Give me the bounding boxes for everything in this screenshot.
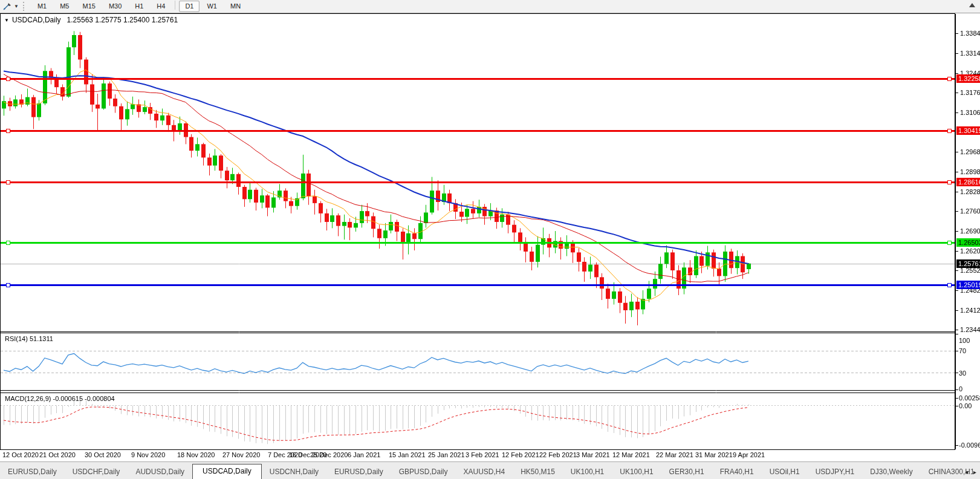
- timeframe-button-w1[interactable]: W1: [201, 1, 223, 12]
- toolbar: ▼ M1M5M15M30H1H4D1W1MN: [0, 0, 980, 13]
- mt4-window: ▼ M1M5M15M30H1H4D1W1MN ▼USDCAD,Daily1.25…: [0, 0, 980, 479]
- hline-price-tag[interactable]: 1.30415: [956, 126, 980, 135]
- toolbar-grip[interactable]: [23, 2, 27, 11]
- tab-eurusd-daily[interactable]: EURUSD,Daily: [0, 465, 65, 479]
- price-tick-label: 1.31060: [960, 109, 980, 116]
- tab-xauusd-h4[interactable]: XAUUSD,H4: [455, 465, 513, 479]
- price-tick-label: 1.26900: [960, 227, 980, 235]
- timeframe-button-h1[interactable]: H1: [129, 1, 149, 12]
- date-tick-label: 30 Oct 2020: [85, 451, 121, 458]
- tab-gbpusd-daily[interactable]: GBPUSD,Daily: [391, 465, 456, 479]
- chart-menu-triangle-icon[interactable]: ▼: [4, 18, 9, 23]
- price-tick-label: 1.27600: [960, 207, 980, 215]
- current-price-tag[interactable]: 1.25761: [956, 259, 980, 268]
- chart-symbol-period: USDCAD,Daily: [12, 16, 61, 24]
- date-tick-label: 9 Apr 2021: [733, 451, 765, 458]
- date-tick-label: 12 Mar 2021: [612, 451, 650, 458]
- date-tick-label: 12 Oct 2020: [2, 451, 39, 458]
- date-tick-label: 3 Mar 2021: [576, 451, 610, 458]
- tab-audusd-daily[interactable]: AUDUSD,Daily: [128, 465, 192, 479]
- macd-axis-label: 0.00: [959, 402, 972, 409]
- chart-title: ▼USDCAD,Daily1.25563 1.25775 1.25400 1.2…: [4, 16, 178, 24]
- tab-uk100-h1[interactable]: UK100,H1: [563, 465, 612, 479]
- price-tick-label: 1.26200: [960, 247, 980, 255]
- tab-hk50-m15[interactable]: HK50,M15: [513, 465, 563, 479]
- date-tick-label: 21 Oct 2020: [39, 451, 76, 458]
- date-tick-label: 6 Jan 2021: [348, 451, 380, 458]
- tab-dj30-weekly[interactable]: DJ30,Weekly: [862, 465, 920, 479]
- hline-price-tag[interactable]: 1.26503: [956, 238, 980, 247]
- hline-price-tag[interactable]: 1.32258: [956, 74, 980, 83]
- date-tick-label: 27 Nov 2020: [222, 451, 260, 458]
- tab-usdjpy-h1[interactable]: USDJPY,H1: [808, 465, 862, 479]
- date-tick-label: 22 Feb 2021: [539, 451, 577, 458]
- timeframe-button-m15[interactable]: M15: [76, 1, 101, 12]
- tab-fra40-h1[interactable]: FRA40,H1: [712, 465, 762, 479]
- macd-indicator-label: MACD(12,26,9) -0.000615 -0.000804: [5, 395, 115, 402]
- rsi-axis-label: 70: [959, 347, 966, 354]
- rsi-axis-label: 0: [959, 385, 962, 393]
- date-tick-label: 15 Jan 2021: [389, 451, 426, 458]
- date-tick-label: 25 Jan 2021: [428, 451, 465, 458]
- chart-tab-bar: EURUSD,DailyUSDCHF,DailyAUDUSD,DailyUSDC…: [0, 461, 980, 479]
- timeframe-buttons: M1M5M15M30H1H4D1W1MN: [31, 1, 247, 12]
- tab-usoil-h1[interactable]: USOil,H1: [762, 465, 808, 479]
- tab-scroll-arrows[interactable]: ◂ ▸: [965, 469, 978, 475]
- rsi-axis-label: 30: [959, 370, 966, 377]
- date-tick-label: 18 Nov 2020: [177, 451, 215, 458]
- tab-ger30-h1[interactable]: GER30,H1: [661, 465, 712, 479]
- chart-canvas[interactable]: [0, 0, 980, 479]
- timeframe-button-m30[interactable]: M30: [103, 1, 128, 12]
- price-tick-label: 1.24120: [960, 307, 980, 314]
- macd-axis-label: 0.00258: [959, 394, 980, 402]
- rsi-axis-label: 100: [959, 337, 970, 344]
- macd-axis-label: -0.009687: [959, 442, 980, 449]
- timeframe-button-d1[interactable]: D1: [179, 1, 200, 12]
- hline-price-tag[interactable]: 1.28616: [956, 178, 980, 186]
- price-tick-label: 1.33840: [960, 30, 980, 37]
- tab-uk100-h1[interactable]: UK100,H1: [612, 465, 661, 479]
- toolbar-overflow-icon[interactable]: [969, 3, 975, 7]
- tab-usdcnh-daily[interactable]: USDCNH,Daily: [262, 465, 326, 479]
- chart-ohlc-values: 1.25563 1.25775 1.25400 1.25761: [67, 16, 178, 24]
- date-tick-label: 22 Mar 2021: [656, 451, 693, 458]
- date-tick-label: 31 Mar 2021: [695, 451, 733, 458]
- tab-usdchf-daily[interactable]: USDCHF,Daily: [65, 465, 128, 479]
- timeframe-button-mn[interactable]: MN: [224, 1, 247, 12]
- price-tick-label: 1.28980: [960, 168, 980, 175]
- time-axis[interactable]: 12 Oct 202021 Oct 202030 Oct 20209 Nov 2…: [0, 451, 980, 461]
- tab-usdcad-daily[interactable]: USDCAD,Daily: [192, 464, 262, 479]
- price-tick-label: 1.28280: [960, 188, 980, 195]
- price-tick-label: 1.23440: [960, 326, 980, 333]
- price-tick-label: 1.31760: [960, 89, 980, 96]
- price-tick-label: 1.29680: [960, 148, 980, 155]
- price-tick-label: 1.33140: [960, 50, 980, 57]
- date-tick-label: 12 Feb 2021: [502, 451, 539, 458]
- date-tick-label: 9 Nov 2020: [131, 451, 165, 458]
- tab-eurusd-daily[interactable]: EURUSD,Daily: [326, 465, 391, 479]
- toolbar-separator: [175, 1, 175, 10]
- rsi-indicator-label: RSI(14) 51.1311: [5, 335, 53, 342]
- tool-dropdown-caret[interactable]: ▼: [14, 4, 19, 9]
- timeframe-button-m5[interactable]: M5: [54, 1, 75, 12]
- date-tick-label: 25 Dec 2020: [310, 451, 348, 458]
- date-tick-label: 3 Feb 2021: [466, 451, 499, 458]
- hline-price-tag[interactable]: 1.25019: [956, 281, 980, 289]
- timeframe-button-h4[interactable]: H4: [151, 1, 171, 12]
- timeframe-button-m1[interactable]: M1: [31, 1, 53, 12]
- crosshair-tool-icon[interactable]: [2, 2, 13, 11]
